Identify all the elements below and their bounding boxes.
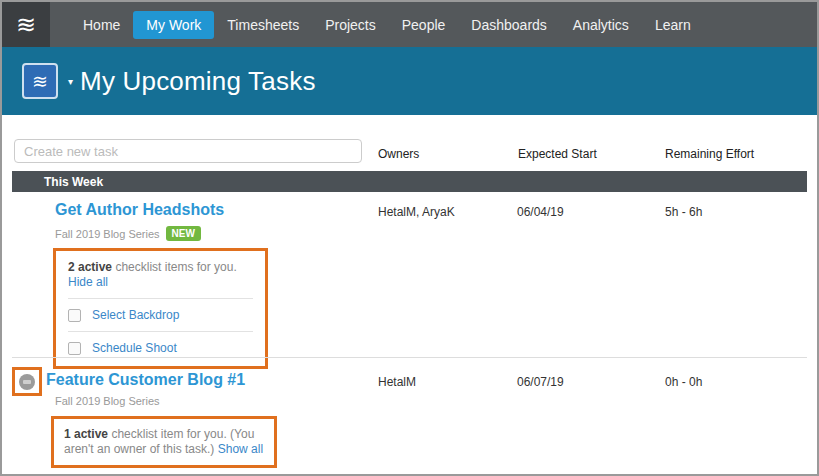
app-logo-icon[interactable]: ≋ (2, 2, 50, 47)
task-title-link[interactable]: Feature Customer Blog #1 (46, 371, 245, 389)
task-owners: HetalM, AryaK (378, 205, 455, 219)
page-header: ≋ ▾ My Upcoming Tasks (2, 47, 817, 115)
task-owners: HetalM (378, 375, 416, 389)
main-content: Owners Expected Start Remaining Effort T… (2, 115, 817, 474)
task-subtitle: Fall 2019 Blog Series (55, 395, 160, 407)
show-all-link[interactable]: Show all (218, 442, 263, 456)
column-header-remaining-effort: Remaining Effort (665, 147, 754, 161)
checklist-summary: 1 active checklist item for you. (You ar… (64, 427, 264, 457)
checklist-item-checkbox[interactable] (68, 309, 81, 322)
task-done-toggle-icon[interactable] (19, 374, 35, 390)
task-meta: Fall 2019 Blog SeriesNEW (55, 224, 201, 242)
dash-glyph (23, 380, 31, 384)
nav-item-learn[interactable]: Learn (642, 11, 704, 39)
checklist-item-label[interactable]: Schedule Shoot (92, 341, 177, 355)
annotation-box-status (12, 367, 42, 396)
view-logo-button[interactable]: ≋ (22, 63, 58, 99)
divider (68, 331, 253, 332)
checklist-panel: 1 active checklist item for you. (You ar… (51, 416, 277, 468)
nav-item-projects[interactable]: Projects (312, 11, 389, 39)
nav-item-people[interactable]: People (389, 11, 459, 39)
checklist-panel: 2 active checklist items for you. Hide a… (53, 248, 268, 369)
new-badge: NEW (166, 226, 201, 241)
divider (68, 298, 253, 299)
checklist-summary-text: checklist items for you. (115, 260, 236, 274)
top-nav: ≋ Home My Work Timesheets Projects Peopl… (2, 2, 817, 47)
task-expected-start: 06/07/19 (517, 375, 564, 389)
task-remaining-effort: 5h - 6h (665, 205, 702, 219)
task-expected-start: 06/04/19 (517, 205, 564, 219)
nav-menu: Home My Work Timesheets Projects People … (70, 11, 704, 39)
section-header-this-week[interactable]: This Week (12, 171, 807, 192)
checklist-count: 2 active (68, 260, 112, 274)
checklist-item: Select Backdrop (68, 307, 253, 323)
column-header-expected-start: Expected Start (518, 147, 597, 161)
task-remaining-effort: 0h - 0h (665, 375, 702, 389)
view-dropdown-icon[interactable]: ▾ (68, 76, 73, 87)
checklist-count: 1 active (64, 427, 108, 441)
app-window: ≋ Home My Work Timesheets Projects Peopl… (0, 0, 819, 476)
checklist-item-label[interactable]: Select Backdrop (92, 308, 179, 322)
wave-logo-glyph: ≋ (16, 11, 36, 39)
task-title-link[interactable]: Get Author Headshots (55, 201, 224, 219)
column-header-owners: Owners (378, 147, 419, 161)
hide-all-link[interactable]: Hide all (68, 275, 108, 289)
nav-item-timesheets[interactable]: Timesheets (214, 11, 312, 39)
nav-item-dashboards[interactable]: Dashboards (458, 11, 560, 39)
task-subtitle: Fall 2019 Blog Series (55, 228, 160, 240)
nav-item-home[interactable]: Home (70, 11, 133, 39)
checklist-item-checkbox[interactable] (68, 342, 81, 355)
row-divider (12, 357, 807, 358)
create-task-input[interactable] (14, 139, 362, 163)
page-title: My Upcoming Tasks (80, 66, 316, 97)
wave-logo-glyph: ≋ (32, 70, 48, 93)
checklist-item: Schedule Shoot (68, 340, 253, 356)
checklist-summary: 2 active checklist items for you. Hide a… (68, 260, 253, 290)
nav-item-analytics[interactable]: Analytics (560, 11, 642, 39)
nav-item-my-work[interactable]: My Work (133, 11, 214, 39)
